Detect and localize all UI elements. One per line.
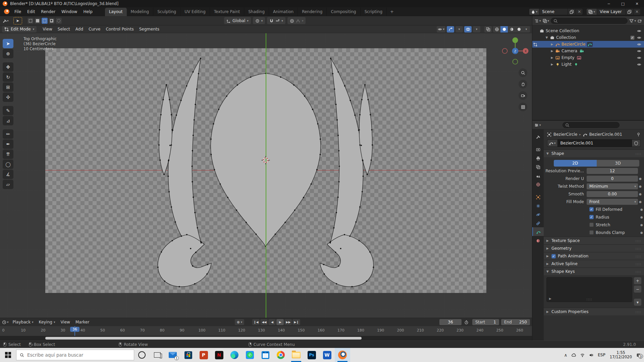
workspace-tab-scripting[interactable]: Scripting: [361, 8, 387, 16]
property-value-field[interactable]: 12: [587, 168, 638, 174]
select-mode-extend[interactable]: [35, 18, 41, 24]
control-point[interactable]: [344, 85, 345, 86]
taskbar-cortana[interactable]: [134, 348, 150, 362]
list-grip-icon[interactable]: ::::: [586, 297, 592, 301]
properties-tab-object[interactable]: [532, 192, 544, 201]
checkbox[interactable]: [589, 223, 594, 227]
property-dropdown[interactable]: Front▾: [587, 199, 638, 205]
checkbox[interactable]: ✓: [589, 215, 594, 219]
panel-grip-icon[interactable]: ::::: [636, 262, 641, 266]
animate-dot[interactable]: ●: [638, 192, 643, 196]
volume-icon[interactable]: [589, 353, 593, 357]
panel-grip-icon[interactable]: ::::: [636, 270, 641, 274]
taskbar-chrome[interactable]: [273, 348, 288, 362]
grid-ortho-icon[interactable]: [519, 103, 527, 111]
tool-radius[interactable]: ◯: [3, 160, 13, 169]
overlays-dropdown[interactable]: ▾: [473, 26, 480, 33]
control-point[interactable]: [349, 236, 351, 237]
taskbar-edge[interactable]: [227, 348, 242, 362]
workspace-tab-texture-paint[interactable]: Texture Paint: [210, 8, 244, 16]
workspace-tab-compositing[interactable]: Compositing: [327, 8, 360, 16]
control-point[interactable]: [354, 114, 356, 116]
properties-tab-constraints[interactable]: [532, 219, 544, 227]
datablock-name-field[interactable]: BezierCircle.001: [557, 139, 632, 147]
properties-tab-scene[interactable]: [532, 171, 544, 180]
control-point[interactable]: [171, 240, 173, 241]
taskbar-file-explorer[interactable]: [288, 348, 304, 362]
control-point[interactable]: [194, 212, 196, 213]
taskbar-whatsapp[interactable]: ✆: [242, 348, 258, 362]
workspace-tab-animation[interactable]: Animation: [269, 8, 298, 16]
fake-user-button[interactable]: [632, 139, 641, 147]
control-point[interactable]: [362, 191, 363, 192]
workspace-tab-modeling[interactable]: Modeling: [127, 8, 154, 16]
properties-tab-object-data[interactable]: [532, 227, 544, 236]
control-point[interactable]: [366, 281, 367, 282]
remove-shape-key-button[interactable]: −: [634, 286, 641, 293]
control-point[interactable]: [338, 166, 340, 167]
control-point[interactable]: [163, 174, 165, 175]
animate-dot[interactable]: ●: [638, 185, 643, 188]
control-point[interactable]: [157, 266, 159, 268]
control-point[interactable]: [195, 104, 196, 105]
action-center-button[interactable]: 3: [636, 353, 641, 357]
new-collection-button[interactable]: [638, 18, 642, 23]
properties-tab-world[interactable]: [532, 180, 544, 188]
control-point[interactable]: [337, 135, 339, 136]
control-point[interactable]: [237, 84, 238, 86]
control-point[interactable]: [169, 145, 171, 146]
shading-solid-button[interactable]: [500, 26, 508, 33]
next-keyframe-button[interactable]: ▶▶: [284, 319, 292, 325]
control-point[interactable]: [168, 160, 169, 161]
active-tool-preview[interactable]: ➤: [13, 17, 22, 24]
tool-pen[interactable]: ✒: [3, 139, 13, 149]
panel-grip-icon[interactable]: ::::: [636, 254, 641, 258]
control-point[interactable]: [316, 169, 318, 170]
panel-grip-icon[interactable]: ::::: [636, 239, 641, 243]
section-header-active-spline[interactable]: ▶Active Spline::::: [544, 260, 644, 267]
menu-window[interactable]: Window: [58, 8, 80, 15]
control-point[interactable]: [338, 150, 339, 152]
control-point[interactable]: [332, 73, 333, 74]
control-point[interactable]: [323, 264, 324, 265]
control-point[interactable]: [166, 84, 167, 85]
visibility-eye-icon[interactable]: [637, 35, 641, 40]
control-point[interactable]: [214, 169, 215, 170]
new-scene-button[interactable]: [568, 9, 576, 15]
expand-arrow-icon[interactable]: ▶: [550, 43, 554, 46]
control-point[interactable]: [194, 119, 195, 121]
outliner-search-input[interactable]: [551, 18, 628, 24]
properties-tab-output[interactable]: [532, 154, 544, 162]
control-point[interactable]: [194, 283, 196, 285]
control-point[interactable]: [192, 166, 193, 167]
outliner-filter-mode-icon[interactable]: ▾: [543, 18, 549, 23]
animate-dot[interactable]: ●: [639, 208, 644, 211]
camera-view-icon[interactable]: [519, 91, 527, 100]
expand-arrow-icon[interactable]: ▶: [550, 56, 554, 59]
proportional-editing-toggle[interactable]: ▾: [287, 17, 306, 24]
onedrive-icon[interactable]: [572, 353, 576, 357]
shading-wireframe-button[interactable]: [493, 26, 500, 33]
select-mode-invert[interactable]: [49, 18, 55, 24]
viewport-menu-view[interactable]: View: [40, 26, 55, 32]
control-point[interactable]: [186, 85, 187, 86]
tool-transform[interactable]: ✣: [3, 93, 13, 102]
viewport-3d[interactable]: Edit Mode ▾ ViewSelectAddCurveControl Po…: [0, 25, 532, 318]
control-point[interactable]: [197, 227, 198, 229]
3d-button[interactable]: 3D: [597, 160, 640, 167]
section-header-texture-space[interactable]: ▶Texture Space::::: [544, 237, 644, 244]
select-mode-subtract[interactable]: [42, 18, 48, 24]
timeline-menu-playback[interactable]: Playback▾: [10, 319, 36, 325]
pivot-point-dropdown[interactable]: ▾: [253, 17, 265, 24]
checkbox[interactable]: ✓: [589, 207, 594, 212]
control-point[interactable]: [336, 119, 338, 121]
control-point[interactable]: [250, 76, 251, 78]
control-point[interactable]: [333, 227, 334, 229]
navigation-gizmo[interactable]: X Z: [497, 33, 532, 70]
property-value-field[interactable]: 0.00: [587, 191, 638, 197]
control-point[interactable]: [193, 135, 194, 136]
remove-view-layer-button[interactable]: ✕: [633, 9, 640, 15]
jump-to-end-button[interactable]: ▶❙: [292, 319, 300, 325]
add-workspace-button[interactable]: +: [387, 9, 397, 14]
control-point[interactable]: [340, 248, 341, 249]
